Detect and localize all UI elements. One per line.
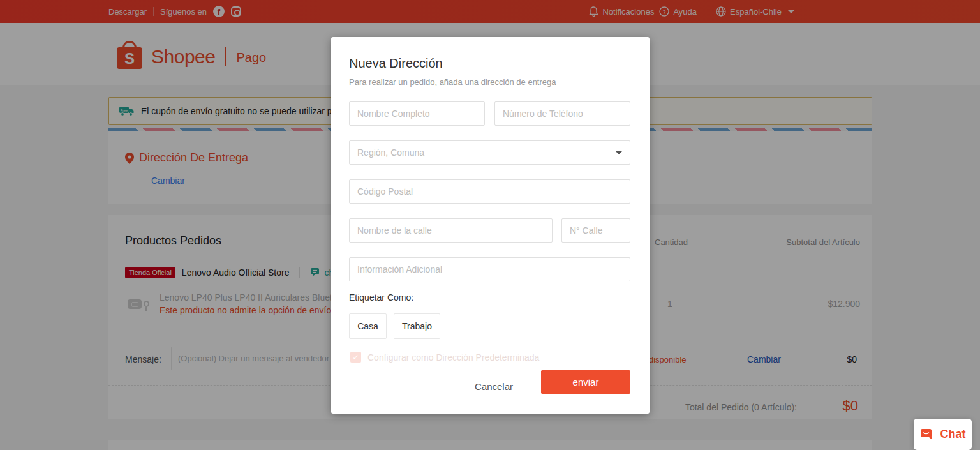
dropdown-caret-icon: [616, 151, 622, 154]
chat-widget-button[interactable]: Chat: [914, 419, 972, 450]
submit-button[interactable]: enviar: [541, 370, 630, 394]
chat-widget-label: Chat: [940, 428, 966, 441]
default-address-row: ✓ Configurar como Dirección Predetermina…: [350, 352, 539, 363]
modal-subtitle: Para realizar un pedido, añada una direc…: [349, 77, 556, 87]
street-name-input[interactable]: [349, 218, 553, 243]
modal-title: Nueva Dirección: [349, 56, 443, 71]
tag-home-button[interactable]: Casa: [349, 313, 387, 339]
full-name-input[interactable]: [349, 101, 485, 126]
new-address-modal: Nueva Dirección Para realizar un pedido,…: [331, 37, 650, 414]
default-address-label: Configurar como Dirección Predeterminada: [368, 352, 539, 363]
tag-work-button[interactable]: Trabajo: [394, 313, 440, 339]
phone-input[interactable]: [494, 101, 630, 126]
street-number-input[interactable]: [561, 218, 630, 243]
default-address-checkbox[interactable]: ✓: [350, 352, 361, 363]
additional-info-input[interactable]: [349, 257, 630, 281]
cancel-button[interactable]: Cancelar: [459, 374, 529, 398]
region-placeholder: Región, Comuna: [357, 147, 424, 158]
postal-code-input[interactable]: [349, 179, 630, 204]
region-select[interactable]: Región, Comuna: [349, 140, 630, 165]
checkout-page: Descargar Síguenos en f Notificaciones ?…: [0, 0, 980, 450]
label-as-text: Etiquetar Como:: [349, 292, 413, 303]
chat-widget-icon: [920, 428, 935, 442]
